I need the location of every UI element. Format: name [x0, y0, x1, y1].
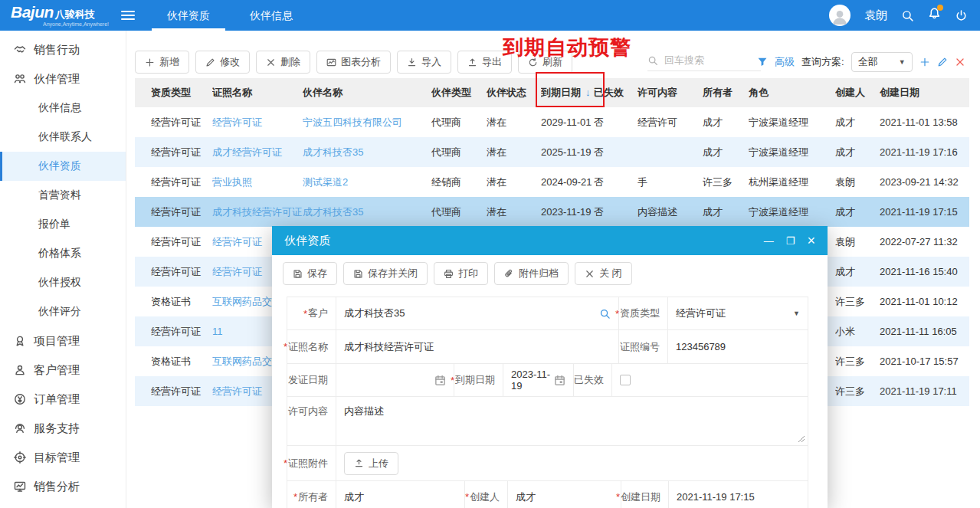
query-scheme-select[interactable]: 全部 ▼ [851, 52, 913, 72]
sidebar-item[interactable]: 首营资料 [0, 181, 126, 210]
expire-date-field[interactable]: 2023-11-19 [503, 364, 573, 396]
calendar-icon[interactable] [434, 375, 446, 386]
edit-scheme-icon[interactable] [937, 57, 948, 67]
sort-desc-icon[interactable]: ↓ [585, 87, 591, 98]
table-row[interactable]: 经营许可证经营许可证宁波五四科技有限公司代理商潜在2029-11-01否经营许可… [135, 107, 969, 137]
resize-handle-icon[interactable] [798, 435, 805, 443]
partner-qualification-modal: 伙伴资质 — ❐ × 保存保存并关闭打印附件归档关 闭 客户 成才科技否35 资… [272, 226, 828, 508]
modal-toolbar-button[interactable]: 关 闭 [575, 262, 632, 285]
menu-toggle-icon[interactable] [121, 11, 135, 20]
record-link[interactable]: 成才经营许可证 [212, 146, 303, 159]
table-row[interactable]: 经营许可证营业执照测试渠道2经销商潜在2024-09-21否手许三多杭州渠道经理… [135, 167, 969, 197]
toolbar-button[interactable]: 新增 [135, 51, 189, 74]
column-header[interactable]: 创建日期 [880, 86, 969, 100]
modal-toolbar-button-label: 关 闭 [599, 267, 622, 280]
record-link[interactable]: 成才科技否35 [303, 146, 431, 159]
search-icon[interactable] [901, 9, 914, 22]
sidebar-item[interactable]: 伙伴联系人 [0, 123, 126, 152]
search-input[interactable] [663, 54, 753, 67]
table-row[interactable]: 经营许可证成才科技经营许可证成才科技否35代理商潜在2023-11-19否内容描… [135, 197, 969, 227]
sidebar-item[interactable]: 伙伴资质 [0, 152, 126, 181]
sidebar-item[interactable]: 目标管理 [0, 443, 126, 472]
sidebar-item[interactable]: 报价单 [0, 210, 126, 239]
column-header[interactable]: 证照名称 [212, 86, 303, 100]
advanced-search-link[interactable]: 高级 [775, 55, 795, 69]
table-cell: 经营许可 [637, 116, 703, 129]
owner-field[interactable]: 成才 [336, 481, 464, 508]
creator-field[interactable]: 成才 [507, 481, 621, 508]
certificate-name-label: 证照名称 [287, 330, 336, 363]
app-logo: Bajun 八骏科技 Anyone,Anytime,Anywhere! [0, 4, 115, 27]
delete-scheme-icon[interactable] [955, 57, 965, 67]
sidebar-item[interactable]: 服务支持 [0, 414, 126, 443]
close-icon[interactable]: × [807, 234, 815, 247]
sidebar-item[interactable]: 销售行动 [0, 35, 126, 64]
table-cell: 袁朗 [835, 175, 880, 189]
add-scheme-icon[interactable] [919, 57, 930, 67]
sidebar-item[interactable]: 伙伴管理 [0, 64, 126, 93]
modal-header[interactable]: 伙伴资质 — ❐ × [272, 226, 828, 255]
calendar-icon[interactable] [554, 375, 565, 386]
qualification-type-select[interactable]: 经营许可证 ▼ [667, 297, 808, 329]
toolbar-button[interactable]: 修改 [195, 51, 250, 74]
modal-toolbar-button[interactable]: 附件归档 [494, 262, 569, 285]
filter-icon[interactable] [757, 57, 768, 67]
sidebar-item-label: 报价单 [38, 218, 70, 231]
modal-toolbar-button-label: 打印 [458, 267, 478, 280]
modal-toolbar-button[interactable]: 保存 [283, 262, 337, 285]
sidebar-item[interactable]: 销售分析 [0, 472, 126, 501]
column-header[interactable]: 到期日期↓ [541, 86, 594, 100]
column-header[interactable]: 角色 [749, 86, 835, 100]
nav-tab[interactable]: 伙伴资质 [147, 0, 230, 31]
maximize-icon[interactable]: ❐ [786, 236, 795, 246]
toolbar-button[interactable]: 导入 [397, 51, 451, 74]
power-icon[interactable] [955, 9, 968, 22]
avatar[interactable] [829, 5, 851, 26]
issue-date-field[interactable] [336, 364, 454, 396]
minimize-icon[interactable]: — [764, 236, 774, 246]
nav-tab[interactable]: 伙伴信息 [230, 0, 313, 31]
certificate-no-field[interactable]: 123456789 [667, 330, 808, 363]
table-header-row: 资质类型证照名称伙伴名称伙伴类型伙伴状态到期日期↓已失效许可内容所有者角色创建人… [135, 78, 969, 107]
toolbar-button[interactable]: 图表分析 [316, 51, 391, 74]
column-header[interactable]: 伙伴类型 [431, 86, 487, 100]
column-header[interactable]: 伙伴名称 [303, 86, 431, 100]
record-link[interactable]: 经营许可证 [212, 116, 303, 129]
import-icon [407, 57, 417, 67]
sidebar-item[interactable]: 价格体系 [0, 239, 126, 268]
certificate-name-field[interactable]: 成才科技经营许可证 [336, 330, 618, 363]
notification-bell-icon[interactable] [928, 7, 941, 24]
column-header[interactable]: 许可内容 [637, 86, 703, 100]
column-header[interactable]: 所有者 [703, 86, 749, 100]
column-header[interactable]: 伙伴状态 [487, 86, 541, 100]
table-cell: 成才 [703, 146, 749, 159]
upload-button[interactable]: 上传 [344, 452, 398, 475]
invalid-checkbox[interactable] [620, 375, 631, 385]
save-icon [293, 269, 303, 279]
modal-toolbar-button[interactable]: 打印 [434, 262, 488, 285]
record-link[interactable]: 成才科技否35 [303, 205, 431, 219]
column-header[interactable]: 已失效 [594, 86, 637, 100]
record-link[interactable]: 营业执照 [212, 175, 303, 189]
customer-field[interactable]: 成才科技否35 [336, 297, 618, 329]
record-link[interactable]: 宁波五四科技有限公司 [303, 116, 431, 129]
sidebar-item-label: 价格体系 [38, 247, 81, 261]
sidebar-item[interactable]: 订单管理 [0, 385, 126, 414]
sidebar-item[interactable]: 伙伴信息 [0, 93, 126, 123]
table-cell: 手 [637, 175, 703, 189]
sidebar-item[interactable]: 客户管理 [0, 356, 126, 385]
expire-date-label: 到期日期 [454, 364, 503, 396]
sidebar-item[interactable]: 伙伴评分 [0, 297, 126, 326]
sidebar-item[interactable]: 伙伴授权 [0, 268, 126, 297]
record-link[interactable]: 成才科技经营许可证 [212, 205, 303, 219]
license-content-textarea[interactable]: 内容描述 [336, 397, 808, 445]
modal-toolbar-button[interactable]: 保存并关闭 [343, 262, 428, 285]
record-link[interactable]: 测试渠道2 [303, 175, 431, 189]
table-row[interactable]: 经营许可证成才经营许可证成才科技否35代理商潜在2025-11-19否成才宁波渠… [135, 137, 969, 167]
sidebar-item[interactable]: 项目管理 [0, 326, 126, 356]
toolbar-button[interactable]: 删除 [256, 51, 310, 74]
customer-lookup-icon[interactable] [599, 308, 611, 320]
modal-toolbar-button-label: 附件归档 [519, 267, 559, 280]
column-header[interactable]: 资质类型 [151, 86, 212, 100]
column-header[interactable]: 创建人 [835, 86, 880, 100]
